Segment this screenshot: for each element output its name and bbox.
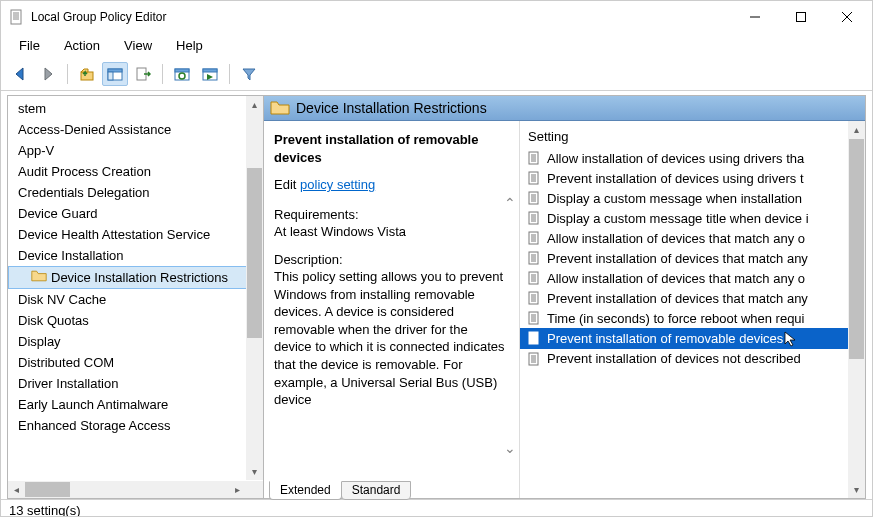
minimize-button[interactable] [732, 2, 778, 32]
menu-view[interactable]: View [114, 35, 162, 56]
description-scroll-hints[interactable]: ⌃ ⌄ [501, 154, 519, 498]
setting-row[interactable]: Time (in seconds) to force reboot when r… [520, 308, 848, 328]
policy-icon [526, 230, 542, 246]
scroll-down-icon: ⌄ [504, 439, 516, 458]
setting-label: Prevent installation of devices that mat… [547, 251, 808, 266]
policy-icon [526, 210, 542, 226]
requirements-label: Requirements: [274, 206, 507, 224]
policy-setting-link[interactable]: policy setting [300, 177, 375, 192]
show-hide-tree-button[interactable] [102, 62, 128, 86]
setting-row[interactable]: Prevent installation of removable device… [520, 328, 848, 349]
pane-header: Device Installation Restrictions [264, 96, 865, 121]
setting-row[interactable]: Allow installation of devices using driv… [520, 148, 848, 168]
refresh-button[interactable] [169, 62, 195, 86]
policy-icon [526, 250, 542, 266]
tab-standard[interactable]: Standard [341, 481, 412, 500]
tree-item[interactable]: Device Installation Restrictions [8, 266, 263, 289]
setting-label: Allow installation of devices that match… [547, 231, 805, 246]
tree-item[interactable]: Driver Installation [8, 373, 263, 394]
scroll-up-icon: ▴ [854, 124, 859, 135]
filter-button[interactable] [236, 62, 262, 86]
tree-item[interactable]: Audit Process Creation [8, 161, 263, 182]
svg-rect-34 [529, 212, 538, 224]
svg-rect-64 [529, 332, 538, 344]
setting-label: Prevent installation of devices that mat… [547, 291, 808, 306]
policy-icon [526, 351, 542, 367]
setting-row[interactable]: Prevent installation of devices using dr… [520, 168, 848, 188]
tree-item[interactable]: App-V [8, 140, 263, 161]
up-button[interactable] [74, 62, 100, 86]
setting-row[interactable]: Allow installation of devices that match… [520, 268, 848, 288]
setting-label: Time (in seconds) to force reboot when r… [547, 311, 804, 326]
folder-icon [270, 100, 290, 116]
tree-item[interactable]: stem [8, 98, 263, 119]
tree-item[interactable]: Disk Quotas [8, 310, 263, 331]
scrollbar-thumb[interactable] [849, 139, 864, 359]
scroll-up-icon: ⌃ [504, 194, 516, 213]
setting-row[interactable]: Display a custom message title when devi… [520, 208, 848, 228]
navigation-tree[interactable]: stemAccess-Denied AssistanceApp-VAudit P… [8, 96, 264, 498]
policy-icon [526, 150, 542, 166]
menu-bar: File Action View Help [1, 33, 872, 58]
svg-rect-6 [797, 13, 806, 22]
tree-item[interactable]: Early Launch Antimalware [8, 394, 263, 415]
back-button[interactable] [7, 62, 33, 86]
tree-item[interactable]: Distributed COM [8, 352, 263, 373]
menu-file[interactable]: File [9, 35, 50, 56]
settings-column-header[interactable]: Setting [520, 121, 848, 148]
tree-horizontal-scrollbar[interactable]: ◂ ▸ [8, 481, 246, 498]
tree-item[interactable]: Credentials Delegation [8, 182, 263, 203]
svg-rect-54 [529, 292, 538, 304]
setting-row[interactable]: Display a custom message when installati… [520, 188, 848, 208]
toolbar [1, 58, 872, 91]
cursor-icon [784, 330, 798, 347]
policy-icon [526, 310, 542, 326]
maximize-button[interactable] [778, 2, 824, 32]
tree-item[interactable]: Access-Denied Assistance [8, 119, 263, 140]
tree-item[interactable]: Display [8, 331, 263, 352]
setting-label: Display a custom message title when devi… [547, 211, 809, 226]
forward-button[interactable] [35, 62, 61, 86]
svg-rect-12 [108, 72, 113, 80]
settings-list[interactable]: Allow installation of devices using driv… [520, 148, 848, 369]
export-list-button[interactable] [130, 62, 156, 86]
close-button[interactable] [824, 2, 870, 32]
menu-help[interactable]: Help [166, 35, 213, 56]
tree-item[interactable]: Device Health Attestation Service [8, 224, 263, 245]
scroll-down-icon: ▾ [252, 466, 257, 477]
settings-vertical-scrollbar[interactable]: ▴ ▾ [848, 121, 865, 498]
scroll-down-icon: ▾ [854, 484, 859, 495]
setting-label: Prevent installation of devices not desc… [547, 351, 801, 366]
scrollbar-thumb[interactable] [247, 168, 262, 338]
description-panel: Prevent installation of removable device… [264, 121, 519, 498]
setting-row[interactable]: Allow installation of devices that match… [520, 228, 848, 248]
properties-button[interactable] [197, 62, 223, 86]
svg-rect-19 [529, 152, 538, 164]
requirements-value: At least Windows Vista [274, 223, 507, 241]
setting-row[interactable]: Prevent installation of devices that mat… [520, 288, 848, 308]
tree-item[interactable]: Disk NV Cache [8, 289, 263, 310]
tree-item-label: Device Installation Restrictions [51, 270, 228, 285]
edit-label: Edit [274, 177, 296, 192]
scrollbar-thumb[interactable] [25, 482, 70, 497]
description-label: Description: [274, 251, 507, 269]
setting-row[interactable]: Prevent installation of devices not desc… [520, 349, 848, 369]
svg-rect-24 [529, 172, 538, 184]
tab-extended[interactable]: Extended [269, 481, 342, 500]
menu-action[interactable]: Action [54, 35, 110, 56]
svg-rect-29 [529, 192, 538, 204]
view-tabs: Extended Standard [269, 481, 410, 500]
tree-item[interactable]: Enhanced Storage Access [8, 415, 263, 436]
svg-rect-15 [175, 69, 189, 72]
svg-rect-18 [203, 69, 217, 72]
policy-title: Prevent installation of removable device… [274, 131, 507, 166]
setting-label: Prevent installation of removable device… [547, 331, 783, 346]
tree-item[interactable]: Device Installation [8, 245, 263, 266]
setting-label: Allow installation of devices that match… [547, 271, 805, 286]
svg-rect-69 [529, 353, 538, 365]
policy-icon [526, 290, 542, 306]
setting-row[interactable]: Prevent installation of devices that mat… [520, 248, 848, 268]
tree-item[interactable]: Device Guard [8, 203, 263, 224]
tree-vertical-scrollbar[interactable]: ▴ ▾ [246, 96, 263, 480]
scroll-right-icon: ▸ [235, 484, 240, 495]
